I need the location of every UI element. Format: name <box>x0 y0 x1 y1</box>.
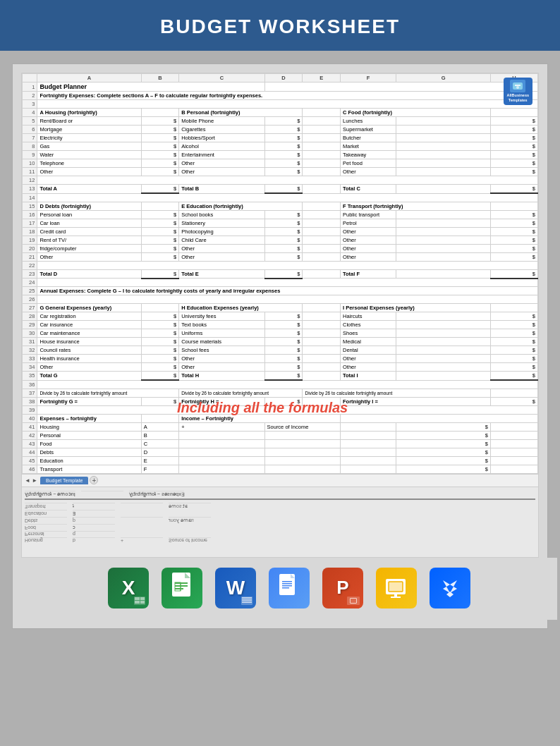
spreadsheet-wrapper: AllBusinessTemplates A B C D E F G H <box>21 73 539 558</box>
svg-marker-23 <box>450 580 457 593</box>
table-row: 13 Total A $ Total B $ Total C $ <box>23 185 538 194</box>
table-row: 23 Total D $ Total E $ Total F $ <box>23 269 538 279</box>
table-row: 39 <box>23 405 538 414</box>
table-row: 44 Debts D $ <box>23 448 538 456</box>
dropbox-icon[interactable] <box>430 568 470 609</box>
docs-icon[interactable] <box>269 568 310 609</box>
table-row: 15 D Debts (fortnightly) E Education (fo… <box>23 202 538 210</box>
add-tab-button[interactable]: + <box>90 476 98 484</box>
allbiz-logo: AllBusinessTemplates <box>504 78 532 105</box>
table-row: 32 Council rates $ School fees $ Dental … <box>23 346 538 355</box>
main-card: AllBusinessTemplates A B C D E F G H <box>12 63 548 629</box>
table-row: 31 House insurance $ Course materials $ … <box>23 338 538 346</box>
table-row: 37 Divide by 26 to calculate fortnightly… <box>23 389 538 397</box>
fortnightly-h-label: Fortnightly H = <box>179 397 264 405</box>
reflected-section: Housing b + Source of Income Personal q … <box>22 487 538 557</box>
table-row: 30 Car maintenance $ Uniforms $ Shoes $ <box>23 329 538 338</box>
col-header-b: B <box>141 74 179 82</box>
section-e-header: E Education (fortnightly) <box>179 202 303 210</box>
section-g-header: G General Expenses (yearly) <box>37 304 141 312</box>
table-row: 19 Rent of TV/ $ Child Care $ Other $ <box>23 236 538 244</box>
table-row: 41 Housing A + Source of Income $ <box>23 422 538 431</box>
table-row: 36 <box>23 380 538 389</box>
svg-rect-6 <box>175 585 188 587</box>
table-row: 8 Gas $ Alcohol $ Market $ <box>23 142 538 151</box>
col-header-num <box>23 74 37 82</box>
table-row: 24 <box>23 279 538 287</box>
app-icons-row: X W <box>21 558 557 620</box>
divide-i-text: Divide by 26 to calculate fortnightly am… <box>303 389 491 397</box>
section-c-header: C Food (fortnightly) <box>341 109 491 117</box>
table-row: 3 <box>23 100 538 109</box>
col-header-g: G <box>396 74 491 82</box>
table-row: 5 Rent/Board or $ Mobile Phone $ Lunches… <box>23 117 538 126</box>
svg-rect-1 <box>515 85 521 86</box>
annual-header: Annual Expenses: Complete G – I to calcu… <box>37 287 538 295</box>
svg-marker-22 <box>443 580 450 593</box>
table-row: 20 fridge/computer $ Other $ Other $ <box>23 244 538 252</box>
expenses-header: Expenses – fortnightly <box>37 414 141 422</box>
table-row: 29 Car insurance $ Text books $ Clothes … <box>23 321 538 329</box>
spreadsheet-table: A B C D E F G H 1 Budget Planner <box>22 73 538 474</box>
table-row: 9 Water $ Entertainment $ Takeaway $ <box>23 151 538 159</box>
svg-rect-17 <box>389 582 403 592</box>
divide-g-text: Divide by 26 to calculate fortnightly am… <box>37 389 179 397</box>
tab-arrows[interactable]: ◄ ► <box>25 477 37 484</box>
col-header-f: F <box>341 74 396 82</box>
table-row: 46 Transport F $ <box>23 465 538 473</box>
svg-rect-12 <box>282 581 292 582</box>
table-row: 28 Car registration $ University fees $ … <box>23 312 538 321</box>
table-row: 18 Credit card $ Photocopying $ Other $ <box>23 227 538 236</box>
col-header-e: E <box>303 74 341 82</box>
spreadsheet: AllBusinessTemplates A B C D E F G H <box>21 73 539 558</box>
svg-marker-24 <box>446 592 454 597</box>
word-icon[interactable]: W <box>215 568 256 609</box>
table-row: 17 Car loan $ Stationery $ Petrol $ <box>23 219 538 227</box>
svg-rect-14 <box>282 585 292 587</box>
table-row: 40 Expenses – fortnightly Income – Fortn… <box>23 414 538 422</box>
svg-rect-20 <box>391 597 401 598</box>
table-row: 22 <box>23 261 538 269</box>
table-row: 4 A Housing (fortnightly) B Personal (fo… <box>23 109 538 117</box>
tab-budget-template[interactable]: Budget Template <box>40 477 88 484</box>
svg-rect-15 <box>282 587 289 589</box>
page-header: BUDGET WORKSHEET <box>0 0 560 51</box>
section-h-header: H Education Expenses (yearly) <box>179 304 303 312</box>
table-row: 43 Food C $ <box>23 439 538 448</box>
col-header-d: D <box>264 74 303 82</box>
excel-icon[interactable]: X <box>108 568 149 609</box>
table-row: 45 Education E $ <box>23 456 538 465</box>
svg-point-2 <box>516 86 519 89</box>
table-row: 11 Other $ Other $ Other $ <box>23 168 538 176</box>
spreadsheet-subtitle: Fortnightly Expenses: Complete sections … <box>37 92 538 100</box>
table-row: 33 Health insurance $ Other $ Other $ <box>23 355 538 363</box>
fortnightly-g-label: Fortnightly G = <box>37 397 141 405</box>
table-row: 7 Electricity $ Hobbies/Sport $ Butcher … <box>23 134 538 142</box>
table-row: 16 Personal loan $ School books $ Public… <box>23 210 538 219</box>
section-b-header: B Personal (fortnightly) <box>179 109 303 117</box>
table-row: 42 Personal B $ <box>23 431 538 439</box>
allbiz-text: AllBusinessTemplates <box>507 93 529 103</box>
allbiz-icon <box>510 80 525 92</box>
sheets-icon[interactable] <box>162 568 202 609</box>
powerpoint-icon[interactable]: P <box>322 568 363 609</box>
table-row: 12 <box>23 176 538 185</box>
table-row: 34 Other $ Other $ Other $ <box>23 363 538 372</box>
table-row: 35 Total G $ Total H $ Total I $ <box>23 372 538 381</box>
divide-h-text: Divide by 26 to calculate fortnightly am… <box>179 389 303 397</box>
table-row: 38 Fortnightly G = $ Fortnightly H = $ F… <box>23 397 538 405</box>
table-row: 2 Fortnightly Expenses: Complete section… <box>23 92 538 100</box>
table-row: 26 <box>23 295 538 304</box>
table-row: 25 Annual Expenses: Complete G – I to ca… <box>23 287 538 295</box>
table-row: 27 G General Expenses (yearly) H Educati… <box>23 304 538 312</box>
fortnightly-i-label: Fortnightly I = <box>341 397 491 405</box>
page-title: BUDGET WORKSHEET <box>0 16 560 38</box>
tab-bar: ◄ ► Budget Template + <box>22 474 538 487</box>
spreadsheet-title: Budget Planner <box>37 82 264 92</box>
slides-icon[interactable] <box>376 568 417 609</box>
table-row: 21 Other $ Other $ Other $ <box>23 252 538 261</box>
income-header: Income – Fortnightly <box>179 414 341 422</box>
table-row: 14 <box>23 193 538 202</box>
svg-rect-7 <box>175 588 183 589</box>
section-i-header: I Personal Expenses (yearly) <box>341 304 491 312</box>
